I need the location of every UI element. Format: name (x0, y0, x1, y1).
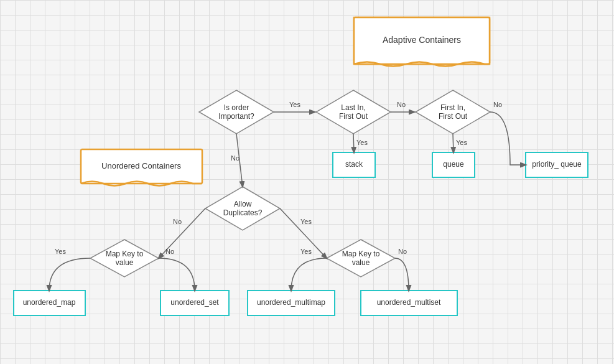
stack-box: stack (333, 152, 375, 177)
svg-text:Map Key to: Map Key to (342, 250, 380, 258)
svg-text:priority_ queue: priority_ queue (532, 160, 582, 169)
svg-text:Yes: Yes (456, 139, 467, 146)
edge-mapkey2-umultimap (291, 258, 327, 291)
edge-fifo-queue (453, 134, 454, 152)
unordered-multimap-box: unordered_multimap (248, 291, 335, 315)
svg-text:Yes: Yes (300, 248, 312, 255)
lifo-diamond: Last In, First Out (316, 90, 391, 134)
svg-text:Important?: Important? (218, 112, 254, 121)
svg-text:First In,: First In, (440, 103, 465, 112)
svg-text:First Out: First Out (439, 112, 468, 121)
svg-text:No: No (173, 218, 182, 225)
edge-lifo-stack (353, 134, 354, 152)
unordered-containers-label: Unordered Containers (101, 161, 181, 170)
svg-text:unordered_multiset: unordered_multiset (377, 298, 441, 307)
svg-text:unordered_multimap: unordered_multimap (257, 298, 325, 307)
svg-text:Yes: Yes (300, 218, 312, 225)
fifo-diamond: First In, First Out (416, 90, 490, 134)
edge-mapkey1-umap (49, 258, 90, 291)
priority-queue-box: priority_ queue (526, 152, 588, 177)
svg-text:First Out: First Out (339, 112, 368, 121)
svg-text:value: value (116, 258, 134, 267)
svg-text:queue: queue (443, 160, 464, 169)
svg-text:Yes: Yes (289, 101, 300, 108)
svg-text:Last In,: Last In, (341, 103, 365, 112)
queue-box: queue (432, 152, 475, 177)
unordered-multiset-box: unordered_multiset (361, 291, 457, 315)
svg-text:Yes: Yes (356, 139, 368, 146)
flowchart-svg: Adaptive Containers Unordered Containers… (0, 0, 614, 364)
svg-text:Yes: Yes (55, 248, 66, 255)
svg-text:stack: stack (345, 160, 363, 169)
adaptive-containers-label: Adaptive Containers (383, 35, 461, 45)
edge-fifo-priority (490, 112, 526, 165)
svg-text:No: No (165, 248, 174, 255)
unordered-map-box: unordered_map (14, 291, 85, 315)
map-key1-diamond: Map Key to value (90, 240, 159, 277)
svg-text:Is order: Is order (224, 103, 249, 112)
allow-dup-diamond: Allow Duplicates? (205, 187, 280, 230)
svg-text:Duplicates?: Duplicates? (223, 208, 263, 217)
edge-mapkey2-umultiset (395, 258, 409, 291)
unordered-set-box: unordered_set (160, 291, 229, 315)
svg-text:value: value (352, 258, 370, 267)
adaptive-containers-node: Adaptive Containers (354, 17, 490, 67)
diagram-canvas: Adaptive Containers Unordered Containers… (0, 0, 614, 364)
svg-text:No: No (398, 248, 407, 255)
is-order-diamond: Is order Important? (199, 90, 274, 134)
edge-mapkey1-uset (159, 258, 195, 291)
unordered-containers-node: Unordered Containers (81, 149, 202, 186)
svg-text:No: No (493, 101, 502, 108)
svg-text:Map Key to: Map Key to (106, 250, 144, 258)
svg-text:Allow: Allow (234, 200, 252, 208)
svg-text:No: No (231, 154, 240, 162)
svg-text:No: No (397, 101, 406, 108)
svg-text:unordered_map: unordered_map (23, 298, 76, 307)
svg-text:unordered_set: unordered_set (170, 298, 219, 307)
map-key2-diamond: Map Key to value (327, 240, 395, 277)
